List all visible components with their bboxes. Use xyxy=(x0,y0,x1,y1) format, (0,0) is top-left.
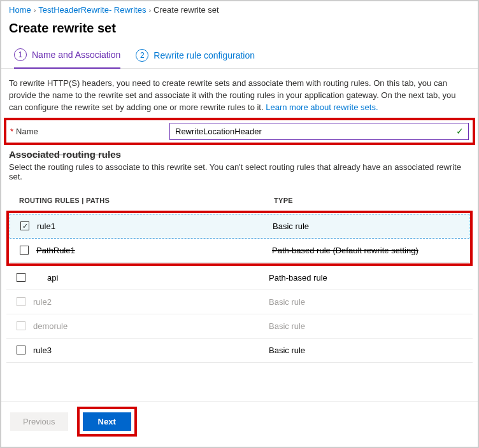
table-row: demoruleBasic rule xyxy=(6,314,473,339)
breadcrumb-current: Create rewrite set xyxy=(154,5,219,15)
section-desc: Select the routing rules to associate to… xyxy=(1,162,478,190)
rule-type: Basic rule xyxy=(269,321,305,331)
step-1-icon: 1 xyxy=(14,48,27,61)
checkbox xyxy=(17,321,25,330)
highlight-rows: ✓rule1Basic rulePathRule1Path-based rule… xyxy=(6,211,473,266)
rule-name: api xyxy=(33,273,269,283)
table-row[interactable]: apiPath-based rule xyxy=(6,266,473,290)
tab-label: Name and Association xyxy=(32,50,120,60)
learn-more-link[interactable]: Learn more about rewrite sets. xyxy=(266,102,378,112)
rule-name: rule3 xyxy=(33,346,269,355)
rule-name: PathRule1 xyxy=(36,246,272,255)
page-title: Create rewrite set xyxy=(1,18,478,45)
section-title: Associated routing rules xyxy=(1,149,478,162)
description: To rewrite HTTP(S) headers, you need to … xyxy=(1,78,478,114)
previous-button[interactable]: Previous xyxy=(10,412,68,431)
tab-rewrite-rule[interactable]: 2 Rewrite rule configuration xyxy=(136,45,255,68)
check-icon: ✓ xyxy=(456,126,464,136)
tab-name-association[interactable]: 1 Name and Association xyxy=(14,45,120,69)
name-input[interactable] xyxy=(169,123,469,140)
tab-label: Rewrite rule configuration xyxy=(154,50,255,60)
rule-name: rule2 xyxy=(33,297,269,307)
chevron-right-icon: › xyxy=(148,6,151,14)
footer: Previous Next xyxy=(1,401,478,442)
chevron-right-icon: › xyxy=(34,6,36,14)
col-header-type: TYPE xyxy=(274,197,460,204)
rule-name: demorule xyxy=(33,321,269,331)
routing-rules-table: ROUTING RULES | PATHS TYPE ✓rule1Basic r… xyxy=(6,190,473,363)
rule-type: Basic rule xyxy=(269,297,305,307)
col-header-rules: ROUTING RULES | PATHS xyxy=(19,197,274,204)
rule-type: Path-based rule xyxy=(269,273,327,283)
breadcrumb-mid[interactable]: TestHeaderRewrite- Rewrites xyxy=(38,5,146,15)
rule-type: Basic rule xyxy=(269,346,305,355)
checkbox[interactable] xyxy=(20,246,29,255)
tabs: 1 Name and Association 2 Rewrite rule co… xyxy=(1,45,478,69)
rule-name: rule1 xyxy=(37,221,273,231)
rule-type: Basic rule xyxy=(273,221,309,231)
highlight-next: Next xyxy=(77,407,137,437)
table-row: rule2Basic rule xyxy=(6,290,473,314)
name-label: *Name xyxy=(10,127,169,136)
rule-type: Path-based rule (Default rewrite setting… xyxy=(272,246,418,255)
highlight-name: *Name ✓ xyxy=(4,118,475,145)
checkbox[interactable]: ✓ xyxy=(20,221,29,230)
table-row[interactable]: ✓rule1Basic rule xyxy=(10,214,469,239)
table-row[interactable]: rule3Basic rule xyxy=(6,339,473,363)
checkbox[interactable] xyxy=(17,346,25,354)
checkbox[interactable] xyxy=(17,273,25,282)
next-button[interactable]: Next xyxy=(83,412,131,431)
breadcrumb-home[interactable]: Home xyxy=(9,5,31,15)
breadcrumb: Home › TestHeaderRewrite- Rewrites › Cre… xyxy=(1,1,478,18)
step-2-icon: 2 xyxy=(136,49,148,62)
table-row[interactable]: PathRule1Path-based rule (Default rewrit… xyxy=(10,239,469,263)
checkbox xyxy=(17,297,25,306)
